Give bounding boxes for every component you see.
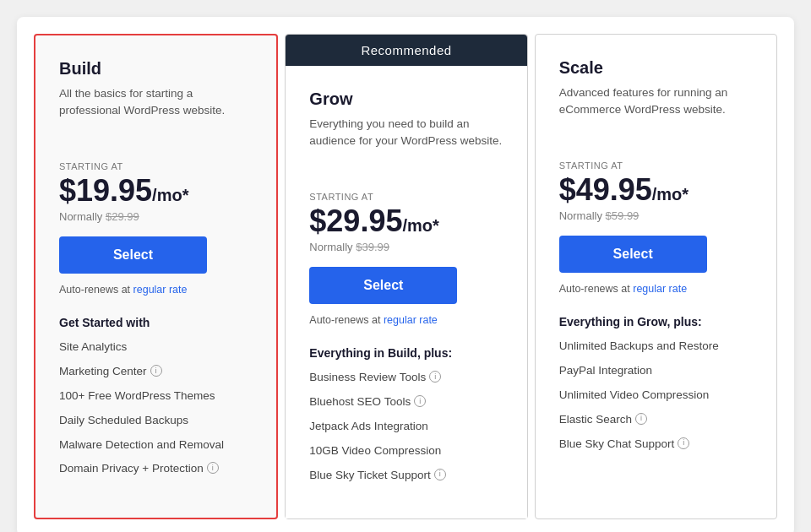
list-item: Unlimited Video Compression	[559, 388, 753, 404]
build-plan-description: All the basics for starting a profession…	[59, 85, 253, 144]
scale-select-button[interactable]: Select	[559, 236, 707, 273]
build-price: $19.95/mo*	[59, 173, 253, 209]
grow-feature-list: Business Review Tools i Bluehost SEO Too…	[309, 370, 503, 483]
grow-regular-rate-link[interactable]: regular rate	[384, 314, 438, 326]
info-icon[interactable]: i	[434, 469, 446, 480]
build-auto-renew: Auto-renews at regular rate	[59, 284, 253, 296]
scale-regular-rate-link[interactable]: regular rate	[633, 283, 687, 295]
build-select-button[interactable]: Select	[59, 236, 207, 274]
info-icon[interactable]: i	[678, 437, 689, 449]
scale-auto-renew: Auto-renews at regular rate	[559, 283, 753, 295]
list-item: Unlimited Backups and Restore	[559, 339, 753, 355]
list-item: 10GB Video Compression	[309, 443, 503, 459]
list-item: 100+ Free WordPress Themes	[59, 388, 253, 404]
info-icon[interactable]: i	[414, 395, 426, 407]
scale-starting-at: STARTING AT	[559, 160, 753, 171]
list-item: Marketing Center i	[59, 364, 253, 380]
list-item: Site Analytics	[59, 339, 253, 356]
list-item: Blue Sky Chat Support i	[559, 437, 753, 453]
list-item: Jetpack Ads Integration	[309, 419, 503, 435]
build-feature-list: Site Analytics Marketing Center i 100+ F…	[59, 339, 253, 477]
list-item: Malware Detection and Removal	[59, 437, 253, 453]
info-icon[interactable]: i	[150, 365, 162, 377]
grow-auto-renew: Auto-renews at regular rate	[309, 314, 503, 326]
grow-plan-description: Everything you need to build an audience…	[309, 116, 503, 175]
pricing-grid: Build All the basics for starting a prof…	[34, 34, 777, 519]
list-item: Elastic Search i	[559, 412, 753, 428]
list-item: Bluehost SEO Tools i	[309, 394, 503, 410]
pricing-wrapper: Build All the basics for starting a prof…	[17, 17, 794, 532]
info-icon[interactable]: i	[635, 413, 647, 425]
scale-plan-description: Advanced features for running an eCommer…	[559, 84, 753, 144]
list-item: Business Review Tools i	[309, 370, 503, 386]
build-starting-at: STARTING AT	[59, 161, 253, 171]
scale-feature-list: Unlimited Backups and Restore PayPal Int…	[559, 339, 753, 452]
scale-plan-name: Scale	[559, 58, 753, 78]
scale-plan-card: Scale Advanced features for running an e…	[535, 34, 777, 519]
build-features-title: Get Started with	[59, 316, 253, 329]
build-plan-card: Build All the basics for starting a prof…	[34, 34, 278, 519]
grow-normal-price: Normally $39.99	[309, 241, 503, 253]
grow-select-button[interactable]: Select	[309, 267, 457, 304]
build-plan-name: Build	[59, 59, 253, 79]
grow-price: $29.95/mo*	[309, 204, 503, 239]
grow-starting-at: STARTING AT	[309, 192, 503, 202]
recommended-banner: Recommended	[286, 35, 526, 66]
info-icon[interactable]: i	[207, 462, 219, 474]
info-icon[interactable]: i	[429, 371, 441, 383]
list-item: Daily Scheduled Backups	[59, 413, 253, 429]
list-item: PayPal Integration	[559, 363, 753, 379]
build-normal-price: Normally $29.99	[59, 210, 253, 223]
grow-plan-card: Recommended Grow Everything you need to …	[285, 34, 527, 519]
build-regular-rate-link[interactable]: regular rate	[133, 284, 188, 296]
scale-features-title: Everything in Grow, plus:	[559, 315, 753, 328]
grow-plan-name: Grow	[309, 90, 503, 109]
scale-normal-price: Normally $59.99	[559, 209, 753, 222]
list-item: Domain Privacy + Protection i	[59, 461, 253, 477]
list-item: Blue Sky Ticket Support i	[309, 468, 503, 484]
grow-features-title: Everything in Build, plus:	[309, 346, 503, 360]
scale-price: $49.95/mo*	[559, 172, 753, 208]
